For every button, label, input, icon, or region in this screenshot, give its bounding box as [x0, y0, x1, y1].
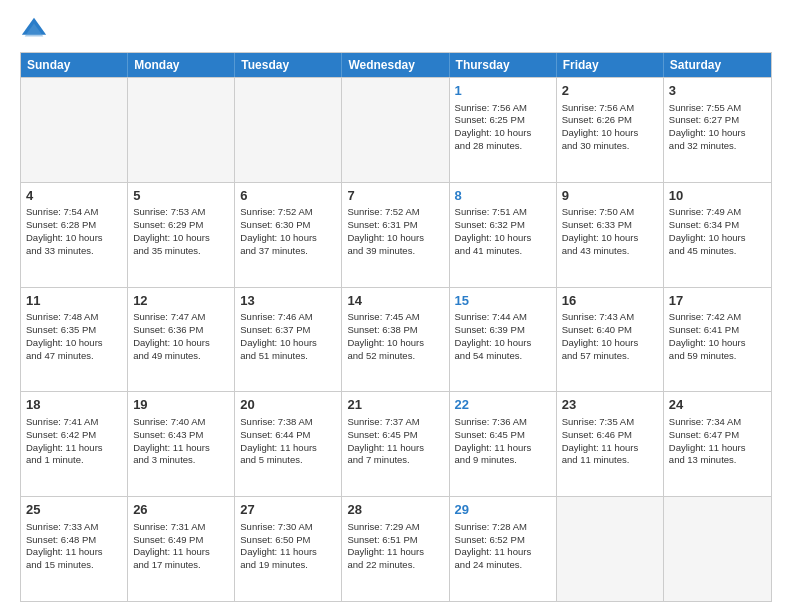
calendar-row-4: 25Sunrise: 7:33 AMSunset: 6:48 PMDayligh…	[21, 496, 771, 601]
day-info-line: Sunset: 6:29 PM	[133, 219, 229, 232]
day-info-line: Daylight: 10 hours	[455, 127, 551, 140]
day-info-line: Sunset: 6:33 PM	[562, 219, 658, 232]
cal-cell-1: 1Sunrise: 7:56 AMSunset: 6:25 PMDaylight…	[450, 78, 557, 182]
day-info-line: Sunset: 6:45 PM	[455, 429, 551, 442]
day-info-line: Sunset: 6:49 PM	[133, 534, 229, 547]
day-number: 4	[26, 187, 122, 205]
day-number: 22	[455, 396, 551, 414]
day-info-line: Daylight: 10 hours	[455, 232, 551, 245]
cal-cell-empty-2	[235, 78, 342, 182]
header-day-friday: Friday	[557, 53, 664, 77]
day-info-line: Sunrise: 7:56 AM	[562, 102, 658, 115]
day-info-line: Sunrise: 7:38 AM	[240, 416, 336, 429]
day-info-line: Sunrise: 7:49 AM	[669, 206, 766, 219]
day-info-line: Sunset: 6:45 PM	[347, 429, 443, 442]
calendar-row-1: 4Sunrise: 7:54 AMSunset: 6:28 PMDaylight…	[21, 182, 771, 287]
cal-cell-9: 9Sunrise: 7:50 AMSunset: 6:33 PMDaylight…	[557, 183, 664, 287]
cal-cell-7: 7Sunrise: 7:52 AMSunset: 6:31 PMDaylight…	[342, 183, 449, 287]
day-info-line: Daylight: 11 hours	[240, 442, 336, 455]
day-info-line: Sunset: 6:44 PM	[240, 429, 336, 442]
day-number: 1	[455, 82, 551, 100]
day-info-line: Daylight: 10 hours	[562, 127, 658, 140]
day-info-line: Sunrise: 7:40 AM	[133, 416, 229, 429]
day-info-line: Sunrise: 7:37 AM	[347, 416, 443, 429]
day-info-line: and 28 minutes.	[455, 140, 551, 153]
day-info-line: Sunrise: 7:41 AM	[26, 416, 122, 429]
day-info-line: Sunrise: 7:46 AM	[240, 311, 336, 324]
cal-cell-18: 18Sunrise: 7:41 AMSunset: 6:42 PMDayligh…	[21, 392, 128, 496]
day-info-line: Sunrise: 7:34 AM	[669, 416, 766, 429]
cal-cell-2: 2Sunrise: 7:56 AMSunset: 6:26 PMDaylight…	[557, 78, 664, 182]
day-number: 29	[455, 501, 551, 519]
cal-cell-16: 16Sunrise: 7:43 AMSunset: 6:40 PMDayligh…	[557, 288, 664, 392]
day-info-line: and 57 minutes.	[562, 350, 658, 363]
cal-cell-27: 27Sunrise: 7:30 AMSunset: 6:50 PMDayligh…	[235, 497, 342, 601]
day-info-line: and 59 minutes.	[669, 350, 766, 363]
day-info-line: and 32 minutes.	[669, 140, 766, 153]
day-info-line: Sunset: 6:35 PM	[26, 324, 122, 337]
calendar-row-3: 18Sunrise: 7:41 AMSunset: 6:42 PMDayligh…	[21, 391, 771, 496]
day-info-line: Daylight: 11 hours	[347, 546, 443, 559]
day-number: 13	[240, 292, 336, 310]
day-info-line: Sunrise: 7:30 AM	[240, 521, 336, 534]
day-info-line: Sunset: 6:25 PM	[455, 114, 551, 127]
day-info-line: Sunrise: 7:31 AM	[133, 521, 229, 534]
cal-cell-25: 25Sunrise: 7:33 AMSunset: 6:48 PMDayligh…	[21, 497, 128, 601]
day-info-line: Daylight: 10 hours	[240, 337, 336, 350]
day-info-line: Sunset: 6:39 PM	[455, 324, 551, 337]
day-info-line: Sunrise: 7:29 AM	[347, 521, 443, 534]
day-info-line: Sunrise: 7:35 AM	[562, 416, 658, 429]
day-info-line: Daylight: 11 hours	[562, 442, 658, 455]
day-number: 5	[133, 187, 229, 205]
day-number: 28	[347, 501, 443, 519]
day-number: 26	[133, 501, 229, 519]
day-info-line: Daylight: 10 hours	[562, 337, 658, 350]
day-number: 9	[562, 187, 658, 205]
day-info-line: Daylight: 10 hours	[669, 127, 766, 140]
cal-cell-8: 8Sunrise: 7:51 AMSunset: 6:32 PMDaylight…	[450, 183, 557, 287]
day-number: 3	[669, 82, 766, 100]
day-info-line: Sunrise: 7:44 AM	[455, 311, 551, 324]
calendar-row-0: 1Sunrise: 7:56 AMSunset: 6:25 PMDaylight…	[21, 77, 771, 182]
day-info-line: and 3 minutes.	[133, 454, 229, 467]
day-number: 8	[455, 187, 551, 205]
header-day-wednesday: Wednesday	[342, 53, 449, 77]
day-info-line: Sunrise: 7:43 AM	[562, 311, 658, 324]
day-info-line: Sunrise: 7:33 AM	[26, 521, 122, 534]
day-info-line: Sunset: 6:37 PM	[240, 324, 336, 337]
calendar-body: 1Sunrise: 7:56 AMSunset: 6:25 PMDaylight…	[21, 77, 771, 601]
day-info-line: Daylight: 11 hours	[26, 442, 122, 455]
day-info-line: Sunset: 6:47 PM	[669, 429, 766, 442]
cal-cell-20: 20Sunrise: 7:38 AMSunset: 6:44 PMDayligh…	[235, 392, 342, 496]
day-info-line: Daylight: 10 hours	[347, 337, 443, 350]
day-info-line: and 13 minutes.	[669, 454, 766, 467]
day-info-line: Daylight: 11 hours	[133, 442, 229, 455]
day-info-line: and 11 minutes.	[562, 454, 658, 467]
day-info-line: Daylight: 11 hours	[455, 546, 551, 559]
day-number: 21	[347, 396, 443, 414]
day-info-line: Sunset: 6:30 PM	[240, 219, 336, 232]
day-info-line: Sunrise: 7:52 AM	[347, 206, 443, 219]
day-info-line: and 19 minutes.	[240, 559, 336, 572]
day-info-line: Daylight: 11 hours	[133, 546, 229, 559]
header-day-monday: Monday	[128, 53, 235, 77]
day-info-line: and 9 minutes.	[455, 454, 551, 467]
cal-cell-13: 13Sunrise: 7:46 AMSunset: 6:37 PMDayligh…	[235, 288, 342, 392]
day-info-line: Sunset: 6:36 PM	[133, 324, 229, 337]
day-info-line: Daylight: 11 hours	[26, 546, 122, 559]
day-number: 20	[240, 396, 336, 414]
day-info-line: Sunset: 6:31 PM	[347, 219, 443, 232]
cal-cell-15: 15Sunrise: 7:44 AMSunset: 6:39 PMDayligh…	[450, 288, 557, 392]
cal-cell-14: 14Sunrise: 7:45 AMSunset: 6:38 PMDayligh…	[342, 288, 449, 392]
day-info-line: and 35 minutes.	[133, 245, 229, 258]
day-info-line: and 37 minutes.	[240, 245, 336, 258]
day-info-line: Daylight: 11 hours	[669, 442, 766, 455]
day-info-line: Sunrise: 7:47 AM	[133, 311, 229, 324]
day-number: 19	[133, 396, 229, 414]
day-number: 12	[133, 292, 229, 310]
day-info-line: and 49 minutes.	[133, 350, 229, 363]
day-number: 24	[669, 396, 766, 414]
day-info-line: Sunrise: 7:52 AM	[240, 206, 336, 219]
calendar-header: SundayMondayTuesdayWednesdayThursdayFrid…	[21, 53, 771, 77]
day-info-line: and 24 minutes.	[455, 559, 551, 572]
